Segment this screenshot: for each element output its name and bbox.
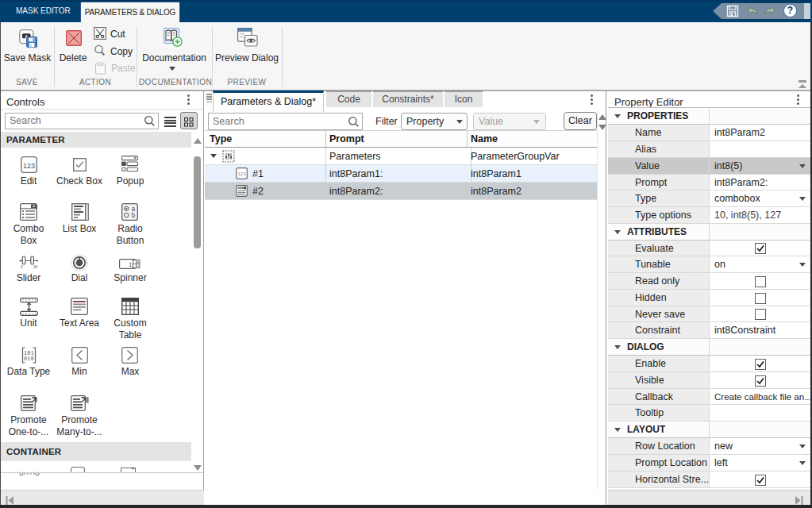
svg-text:123: 123 [237, 171, 246, 176]
svg-text:123: 123 [23, 162, 35, 170]
svg-text:101: 101 [24, 351, 34, 356]
svg-text:10: 10 [33, 265, 38, 269]
svg-text:b: b [132, 211, 136, 219]
svg-text:1: 1 [129, 261, 133, 268]
svg-text:0: 0 [21, 265, 23, 269]
svg-text:010: 010 [24, 356, 34, 362]
